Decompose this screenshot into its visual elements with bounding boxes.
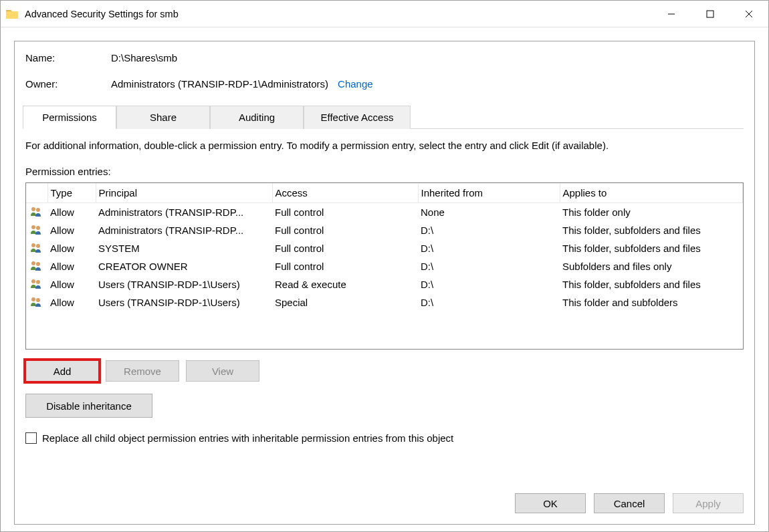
row-type: Allow bbox=[47, 239, 96, 257]
view-button[interactable]: View bbox=[186, 360, 259, 382]
replace-checkbox[interactable] bbox=[25, 432, 37, 444]
table-row[interactable]: AllowSYSTEMFull controlD:\This folder, s… bbox=[26, 239, 743, 257]
row-applies: This folder, subfolders and files bbox=[560, 275, 743, 293]
window: Advanced Security Settings for smb Name:… bbox=[0, 0, 769, 532]
content-panel: Name: D:\Shares\smb Owner: Administrator… bbox=[14, 41, 755, 525]
row-access: Full control bbox=[272, 221, 418, 239]
instruction-text: For additional information, double-click… bbox=[25, 140, 744, 151]
row-applies: This folder only bbox=[560, 203, 743, 222]
col-type[interactable]: Type bbox=[47, 183, 96, 203]
owner-value: Administrators (TRANSIP-RDP-1\Administra… bbox=[111, 78, 328, 90]
svg-point-12 bbox=[31, 279, 35, 283]
permission-table-container: Type Principal Access Inherited from App… bbox=[25, 182, 744, 350]
name-value: D:\Shares\smb bbox=[111, 52, 177, 63]
svg-point-8 bbox=[31, 243, 35, 247]
row-type: Allow bbox=[47, 275, 96, 293]
col-access[interactable]: Access bbox=[272, 183, 418, 203]
content-outer: Name: D:\Shares\smb Owner: Administrator… bbox=[1, 27, 768, 531]
table-header-row: Type Principal Access Inherited from App… bbox=[26, 183, 743, 203]
row-principal: SYSTEM bbox=[96, 239, 272, 257]
row-principal: Users (TRANSIP-RDP-1\Users) bbox=[96, 275, 272, 293]
col-applies[interactable]: Applies to bbox=[560, 183, 743, 203]
svg-point-13 bbox=[36, 280, 40, 284]
window-controls bbox=[652, 1, 768, 27]
row-inherited: None bbox=[418, 203, 560, 222]
row-applies: This folder, subfolders and files bbox=[560, 239, 743, 257]
tab-effective-access[interactable]: Effective Access bbox=[304, 106, 411, 129]
name-label: Name: bbox=[25, 52, 111, 63]
svg-point-5 bbox=[36, 208, 40, 212]
ok-button[interactable]: OK bbox=[515, 493, 586, 513]
replace-checkbox-row: Replace all child object permission entr… bbox=[25, 432, 744, 444]
row-icon bbox=[26, 203, 47, 222]
table-row[interactable]: AllowUsers (TRANSIP-RDP-1\Users)Read & e… bbox=[26, 275, 743, 293]
titlebar: Advanced Security Settings for smb bbox=[1, 1, 768, 27]
col-icon[interactable] bbox=[26, 183, 47, 203]
entries-label: Permission entries: bbox=[25, 166, 744, 177]
row-principal: Administrators (TRANSIP-RDP... bbox=[96, 203, 272, 222]
svg-rect-1 bbox=[707, 11, 713, 17]
change-owner-link[interactable]: Change bbox=[338, 78, 373, 90]
name-row: Name: D:\Shares\smb bbox=[25, 52, 744, 63]
row-icon bbox=[26, 221, 47, 239]
folder-icon bbox=[6, 9, 18, 19]
row-principal: CREATOR OWNER bbox=[96, 257, 272, 275]
svg-point-14 bbox=[31, 297, 35, 301]
row-applies: This folder, subfolders and files bbox=[560, 221, 743, 239]
action-button-row: Add Remove View bbox=[25, 360, 744, 382]
svg-point-9 bbox=[36, 244, 40, 248]
disable-inheritance-button[interactable]: Disable inheritance bbox=[25, 394, 152, 418]
minimize-button[interactable] bbox=[652, 1, 691, 27]
row-icon bbox=[26, 257, 47, 275]
close-button[interactable] bbox=[730, 1, 768, 27]
row-inherited: D:\ bbox=[418, 257, 560, 275]
row-access: Full control bbox=[272, 239, 418, 257]
row-principal: Administrators (TRANSIP-RDP... bbox=[96, 221, 272, 239]
cancel-button[interactable]: Cancel bbox=[594, 493, 665, 513]
owner-label: Owner: bbox=[25, 78, 111, 90]
row-inherited: D:\ bbox=[418, 293, 560, 311]
row-icon bbox=[26, 275, 47, 293]
row-icon bbox=[26, 239, 47, 257]
row-principal: Users (TRANSIP-RDP-1\Users) bbox=[96, 293, 272, 311]
svg-point-10 bbox=[31, 261, 35, 265]
col-principal[interactable]: Principal bbox=[96, 183, 272, 203]
svg-point-15 bbox=[36, 298, 40, 302]
row-access: Full control bbox=[272, 203, 418, 222]
tab-permissions[interactable]: Permissions bbox=[23, 106, 116, 129]
table-row[interactable]: AllowUsers (TRANSIP-RDP-1\Users)SpecialD… bbox=[26, 293, 743, 311]
tab-body: For additional information, double-click… bbox=[15, 129, 754, 524]
window-title: Advanced Security Settings for smb bbox=[25, 9, 652, 19]
apply-button[interactable]: Apply bbox=[673, 493, 744, 513]
table-row[interactable]: AllowAdministrators (TRANSIP-RDP...Full … bbox=[26, 203, 743, 222]
add-button[interactable]: Add bbox=[25, 360, 99, 382]
table-row[interactable]: AllowAdministrators (TRANSIP-RDP...Full … bbox=[26, 221, 743, 239]
row-type: Allow bbox=[47, 293, 96, 311]
maximize-button[interactable] bbox=[691, 1, 730, 27]
col-inherited[interactable]: Inherited from bbox=[418, 183, 560, 203]
row-inherited: D:\ bbox=[418, 275, 560, 293]
permission-table: Type Principal Access Inherited from App… bbox=[26, 183, 743, 311]
footer-button-row: OK Cancel Apply bbox=[25, 485, 744, 513]
row-inherited: D:\ bbox=[418, 221, 560, 239]
row-icon bbox=[26, 293, 47, 311]
table-row[interactable]: AllowCREATOR OWNERFull controlD:\Subfold… bbox=[26, 257, 743, 275]
tab-auditing[interactable]: Auditing bbox=[210, 106, 304, 129]
svg-point-6 bbox=[31, 225, 35, 229]
row-access: Read & execute bbox=[272, 275, 418, 293]
row-applies: Subfolders and files only bbox=[560, 257, 743, 275]
remove-button[interactable]: Remove bbox=[106, 360, 179, 382]
row-type: Allow bbox=[47, 257, 96, 275]
row-inherited: D:\ bbox=[418, 239, 560, 257]
row-type: Allow bbox=[47, 203, 96, 222]
info-section: Name: D:\Shares\smb Owner: Administrator… bbox=[15, 41, 754, 106]
row-access: Special bbox=[272, 293, 418, 311]
row-applies: This folder and subfolders bbox=[560, 293, 743, 311]
svg-point-11 bbox=[36, 262, 40, 266]
svg-point-7 bbox=[36, 226, 40, 230]
svg-point-4 bbox=[31, 207, 35, 211]
tab-strip: Permissions Share Auditing Effective Acc… bbox=[23, 106, 744, 129]
tab-share[interactable]: Share bbox=[116, 106, 210, 129]
row-access: Full control bbox=[272, 257, 418, 275]
owner-row: Owner: Administrators (TRANSIP-RDP-1\Adm… bbox=[25, 78, 744, 90]
